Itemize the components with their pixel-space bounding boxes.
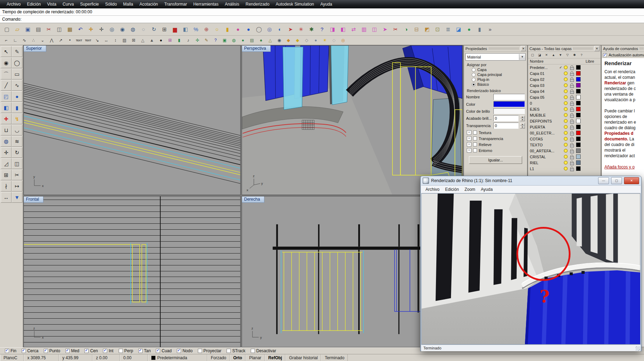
- status-toggle[interactable]: Planar: [245, 354, 265, 361]
- layer-name[interactable]: Capa 04: [530, 89, 559, 93]
- globe-green-icon[interactable]: ◍: [229, 36, 238, 44]
- maximize-button[interactable]: ▢: [611, 177, 622, 184]
- points-edit-icon[interactable]: ∴: [29, 36, 38, 44]
- percent-scale-icon[interactable]: %: [191, 24, 201, 34]
- stack-layers-icon[interactable]: ≣: [443, 24, 453, 34]
- help-icon[interactable]: ?: [317, 24, 327, 34]
- layer-visibility-bulb-icon[interactable]: [564, 167, 568, 171]
- control-point-icon[interactable]: •: [65, 36, 74, 44]
- curve-tool-icon[interactable]: ∿: [12, 80, 22, 91]
- layer-name[interactable]: CRISTAL: [530, 155, 559, 159]
- osnap-checkbox[interactable]: [84, 349, 89, 353]
- arrow-tool-icon[interactable]: ➤: [380, 24, 390, 34]
- layer-lock-icon[interactable]: [570, 137, 574, 141]
- menu-item[interactable]: Zoom: [462, 187, 478, 192]
- rectangle-tool-icon[interactable]: ▭: [12, 69, 22, 79]
- kink-tool-icon[interactable]: ⌄: [38, 36, 47, 44]
- text-style-icon[interactable]: TEXT: [84, 36, 92, 44]
- layer-lock-icon[interactable]: [570, 77, 574, 82]
- layer-name[interactable]: PUERTA: [530, 125, 559, 129]
- circle-ring-icon[interactable]: ◯: [254, 24, 264, 34]
- lock-toggle-icon[interactable]: ▮: [222, 24, 233, 34]
- clover-tool-icon[interactable]: ✣: [193, 36, 202, 44]
- layer-lock-icon[interactable]: [570, 113, 574, 117]
- close-icon[interactable]: ✕: [521, 46, 526, 51]
- layer-row[interactable]: Capa 04 ✓: [528, 88, 601, 94]
- render-window[interactable]: Renderizado de Rhino (1:1): Sin nombre-1…: [420, 176, 642, 351]
- diamond-pale-icon[interactable]: ◇: [330, 36, 338, 44]
- osnap-toggle[interactable]: Nodo: [177, 348, 193, 353]
- undo-icon[interactable]: ↶: [75, 24, 85, 34]
- viewport-title-superior[interactable]: Superior: [24, 46, 46, 52]
- layer-visibility-bulb-icon[interactable]: [564, 71, 568, 75]
- layer-lock-icon[interactable]: [570, 131, 574, 135]
- menu-item[interactable]: Malla: [120, 0, 137, 8]
- open-file-icon[interactable]: ▱: [12, 24, 22, 34]
- layer-name[interactable]: EJES: [530, 107, 559, 111]
- cylinder-tool-icon[interactable]: ▮: [475, 24, 485, 34]
- grid-table-icon[interactable]: ⊞: [159, 24, 169, 34]
- layer-color-swatch[interactable]: [576, 154, 581, 159]
- layer-color-swatch[interactable]: [576, 166, 581, 171]
- radio-button[interactable]: [472, 78, 476, 82]
- layer-name[interactable]: TEXTO: [530, 143, 559, 147]
- menu-item[interactable]: Vista: [44, 0, 59, 8]
- layer-row[interactable]: RIEL ✓: [528, 160, 601, 166]
- tree-tool-icon[interactable]: ♠: [257, 36, 265, 44]
- menu-item[interactable]: Archivo: [423, 187, 442, 192]
- layer-name[interactable]: Capa 02: [530, 77, 559, 82]
- auto-update-checkbox[interactable]: Actualización automática: [602, 52, 644, 58]
- layer-color-swatch[interactable]: [576, 89, 581, 93]
- node-move-icon[interactable]: ↗: [56, 36, 65, 44]
- radio-button[interactable]: [472, 83, 476, 86]
- layer-row[interactable]: TEXTO ✓: [528, 142, 601, 148]
- layer-name[interactable]: Capa 03: [530, 83, 559, 88]
- osnap-checkbox[interactable]: [156, 349, 160, 353]
- osnap-checkbox[interactable]: [65, 349, 70, 353]
- viewport-title-frontal[interactable]: Frontal: [24, 196, 43, 203]
- print-icon[interactable]: ▤: [33, 24, 43, 34]
- osnap-toggle[interactable]: STrack: [227, 348, 245, 353]
- column-free-header[interactable]: Libre: [586, 59, 594, 63]
- diamond-yellow-icon[interactable]: ◆: [293, 36, 302, 44]
- layer-visibility-bulb-icon[interactable]: [564, 89, 568, 93]
- radio-button[interactable]: [472, 73, 476, 77]
- lamp-tool-icon[interactable]: △: [266, 36, 275, 44]
- match-button[interactable]: Igualar...: [469, 156, 522, 164]
- render-blue-sphere-icon[interactable]: ●: [243, 24, 254, 34]
- pencil-edit-icon[interactable]: ✎: [202, 36, 211, 44]
- layer-visibility-bulb-icon[interactable]: [564, 131, 568, 135]
- gift-tool-icon[interactable]: ⊞: [166, 36, 174, 44]
- command-prompt[interactable]: Comando:: [0, 16, 644, 23]
- box-edit-icon[interactable]: ⊠: [129, 36, 138, 44]
- isolate-panel-icon[interactable]: ▥: [359, 24, 369, 34]
- volume-tool-icon[interactable]: ▲: [147, 36, 156, 44]
- layer-color-swatch[interactable]: [576, 113, 581, 117]
- move-icon[interactable]: ✛: [96, 24, 106, 34]
- dim-horizontal-icon[interactable]: ↔: [102, 36, 111, 44]
- layer-name[interactable]: 00_ELECTR...: [530, 131, 559, 135]
- expand-plus-icon[interactable]: +: [467, 136, 471, 141]
- osnap-toggle[interactable]: Perp: [119, 348, 133, 353]
- layer-visibility-bulb-icon[interactable]: [564, 83, 568, 87]
- layer-name[interactable]: 00_ARTEFA...: [530, 149, 559, 153]
- viewport-title-perspectiva[interactable]: Perspectiva: [242, 46, 271, 52]
- menu-item[interactable]: Edición: [24, 0, 44, 8]
- layer-name[interactable]: Capa 01: [530, 71, 559, 76]
- move-up-icon[interactable]: ▲: [550, 52, 556, 58]
- arc-tool-icon[interactable]: ⌒: [1, 69, 12, 79]
- circle-tool-icon[interactable]: ◯: [12, 57, 22, 68]
- layer-visibility-bulb-icon[interactable]: [564, 101, 568, 105]
- layer-row[interactable]: Capa 05 ✓: [528, 94, 601, 100]
- flag-tool-icon[interactable]: ➤: [285, 24, 296, 34]
- join-tool-icon[interactable]: ⊔: [1, 125, 12, 136]
- properties-panel-title[interactable]: Propiedades ✕: [464, 46, 527, 52]
- hide-object-icon[interactable]: ◨: [327, 24, 338, 34]
- osnap-checkbox[interactable]: [44, 349, 48, 353]
- color-swatch[interactable]: [493, 101, 525, 107]
- layer-row[interactable]: PUERTA ✓: [528, 124, 601, 130]
- layer-color-swatch[interactable]: [576, 160, 581, 165]
- osnap-toggle[interactable]: Proyectar: [198, 348, 221, 353]
- cplane-target-icon[interactable]: ⊕: [201, 24, 212, 34]
- layer-color-swatch[interactable]: [576, 148, 581, 153]
